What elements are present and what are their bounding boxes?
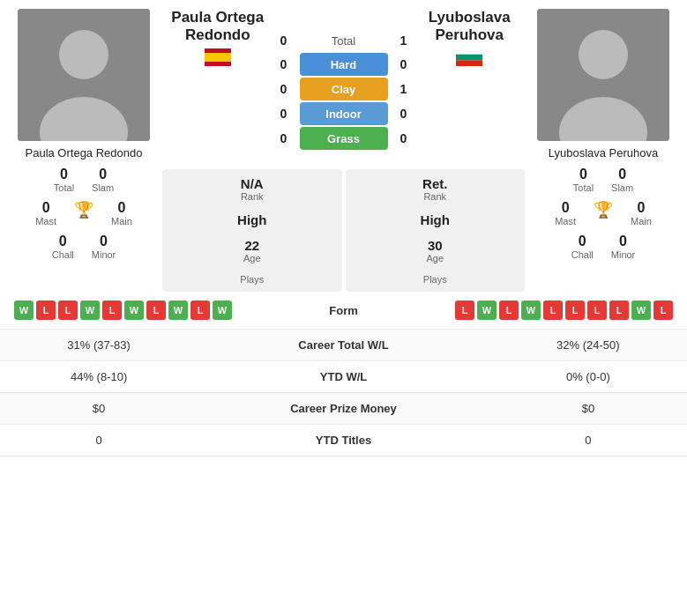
player2-rank-item: Ret. Rank bbox=[422, 176, 447, 202]
indoor-row: 0 Indoor 0 bbox=[273, 102, 414, 125]
form-player2: LWLWLLLLWL bbox=[379, 301, 674, 320]
info-box-player1: N/A Rank High 22 Age Plays bbox=[162, 169, 342, 292]
hard-badge: Hard bbox=[300, 53, 388, 76]
player2-name-center: LyuboslavaPeruhova bbox=[414, 9, 526, 45]
middle-section: Paula OrtegaRedondo 0 Total 1 bbox=[159, 9, 528, 292]
svg-rect-7 bbox=[456, 60, 482, 66]
player1-stats-row3: 0 Chall 0 Minor bbox=[52, 234, 116, 260]
scores-block: 0 Total 1 0 Hard 0 0 Clay 1 bbox=[273, 9, 414, 153]
player1-age-item: 22 Age bbox=[243, 238, 261, 263]
stats-p1-value: 44% (8-10) bbox=[0, 361, 198, 393]
player2-minor: 0 Minor bbox=[611, 234, 636, 260]
player1-slam: 0 Slam bbox=[92, 167, 114, 193]
info-boxes: N/A Rank High 22 Age Plays bbox=[162, 169, 525, 292]
stats-label: Career Prize Money bbox=[198, 393, 489, 425]
form-badge-p2: L bbox=[455, 301, 474, 320]
form-badge-p1: L bbox=[58, 301, 78, 320]
form-badge-p1: W bbox=[80, 301, 100, 320]
stats-p1-value: 31% (37-83) bbox=[0, 330, 198, 361]
player1-stats: 0 Total 0 Slam 0 Mast 🏆 bbox=[9, 167, 159, 267]
stats-label: YTD W/L bbox=[198, 361, 489, 393]
player1-stats-row2: 0 Mast 🏆 0 Main bbox=[35, 200, 132, 226]
form-badge-p1: W bbox=[213, 301, 232, 320]
form-badge-p2: W bbox=[477, 301, 497, 320]
player2-stats-row2: 0 Mast 🏆 0 Main bbox=[555, 200, 652, 226]
stats-p1-value: 0 bbox=[0, 425, 198, 456]
svg-rect-6 bbox=[456, 54, 482, 60]
player1-panel: Paula Ortega Redondo 0 Total 0 Slam 0 M bbox=[9, 9, 159, 292]
player1-minor: 0 Minor bbox=[92, 234, 116, 260]
total-row: 0 Total 1 bbox=[273, 33, 414, 48]
form-badge-p1: W bbox=[168, 301, 188, 320]
form-badge-p1: L bbox=[36, 301, 56, 320]
player1-chall: 0 Chall bbox=[52, 234, 74, 260]
player2-stats: 0 Total 0 Slam 0 Mast 🏆 bbox=[528, 167, 678, 267]
stats-p2-value: $0 bbox=[489, 393, 687, 425]
stats-p1-value: $0 bbox=[0, 393, 198, 425]
form-badge-p2: L bbox=[499, 301, 519, 320]
player2-plays-item: Plays bbox=[423, 274, 447, 285]
form-badge-p2: L bbox=[565, 301, 585, 320]
grass-row: 0 Grass 0 bbox=[273, 127, 414, 150]
stats-row: 31% (37-83) Career Total W/L 32% (24-50) bbox=[0, 330, 687, 361]
player2-name: Lyuboslava Peruhova bbox=[549, 146, 659, 160]
player2-age-item: 30 Age bbox=[426, 238, 444, 263]
player2-panel: Lyuboslava Peruhova 0 Total 0 Slam 0 Ma bbox=[528, 9, 678, 292]
stats-row: $0 Career Prize Money $0 bbox=[0, 393, 687, 425]
form-badge-p2: W bbox=[631, 301, 651, 320]
player1-high-item: High bbox=[237, 212, 266, 227]
form-badge-p1: L bbox=[102, 301, 122, 320]
player1-name: Paula Ortega Redondo bbox=[26, 146, 143, 160]
clay-row: 0 Clay 1 bbox=[273, 78, 414, 100]
stats-p2-value: 32% (24-50) bbox=[489, 330, 687, 361]
player2-avatar bbox=[537, 9, 669, 141]
player1-total: 0 Total bbox=[54, 167, 74, 193]
indoor-badge: Indoor bbox=[300, 102, 388, 125]
bottom-section: WLLWLWLWLW Form LWLWLLLLWL 31% (37-83) C… bbox=[0, 292, 687, 456]
top-section: Paula Ortega Redondo 0 Total 0 Slam 0 M bbox=[0, 0, 687, 292]
form-player1: WLLWLWLWLW bbox=[14, 301, 309, 320]
form-label: Form bbox=[309, 304, 379, 317]
player2-stats-row1: 0 Total 0 Slam bbox=[573, 167, 633, 193]
grass-badge: Grass bbox=[300, 127, 388, 150]
hard-row: 0 Hard 0 bbox=[273, 53, 414, 76]
form-badge-p1: L bbox=[146, 301, 166, 320]
form-badge-p2: L bbox=[587, 301, 607, 320]
surface-section: 0 Hard 0 0 Clay 1 0 Indoor 0 bbox=[273, 53, 414, 150]
svg-rect-4 bbox=[205, 53, 231, 62]
player2-total: 0 Total bbox=[573, 167, 594, 193]
player1-trophy: 🏆 bbox=[74, 200, 93, 226]
player1-mast: 0 Mast bbox=[35, 200, 56, 226]
player2-slam: 0 Slam bbox=[611, 167, 633, 193]
main-container: Paula Ortega Redondo 0 Total 0 Slam 0 M bbox=[0, 0, 687, 456]
player2-trophy: 🏆 bbox=[594, 200, 613, 226]
player1-rank-item: N/A Rank bbox=[241, 176, 264, 202]
player1-stats-row1: 0 Total 0 Slam bbox=[54, 167, 114, 193]
player1-avatar bbox=[18, 9, 150, 141]
form-badge-p1: W bbox=[14, 301, 34, 320]
form-badge-p2: W bbox=[521, 301, 541, 320]
player2-chall: 0 Chall bbox=[571, 234, 594, 260]
form-badge-p2: L bbox=[609, 301, 629, 320]
stats-label: YTD Titles bbox=[198, 425, 489, 456]
player2-mast: 0 Mast bbox=[555, 200, 576, 226]
player2-flag bbox=[414, 48, 526, 69]
player1-name-center: Paula OrtegaRedondo bbox=[162, 9, 273, 45]
player1-plays-item: Plays bbox=[240, 274, 264, 285]
stats-p2-value: 0 bbox=[489, 425, 687, 456]
stats-label: Career Total W/L bbox=[198, 330, 489, 361]
player1-flag bbox=[162, 48, 273, 69]
clay-badge: Clay bbox=[300, 78, 388, 100]
player1-main: 0 Main bbox=[111, 200, 132, 226]
info-box-player2: Ret. Rank High 30 Age Plays bbox=[346, 169, 526, 292]
form-badge-p1: W bbox=[124, 301, 144, 320]
stats-p2-value: 0% (0-0) bbox=[489, 361, 687, 393]
form-badge-p2: L bbox=[543, 301, 563, 320]
form-badge-p1: L bbox=[190, 301, 210, 320]
stats-row: 44% (8-10) YTD W/L 0% (0-0) bbox=[0, 361, 687, 393]
svg-point-1 bbox=[59, 30, 108, 79]
stats-table: 31% (37-83) Career Total W/L 32% (24-50)… bbox=[0, 330, 687, 456]
player2-main: 0 Main bbox=[631, 200, 652, 226]
player2-high-item: High bbox=[421, 212, 450, 227]
stats-row: 0 YTD Titles 0 bbox=[0, 425, 687, 456]
